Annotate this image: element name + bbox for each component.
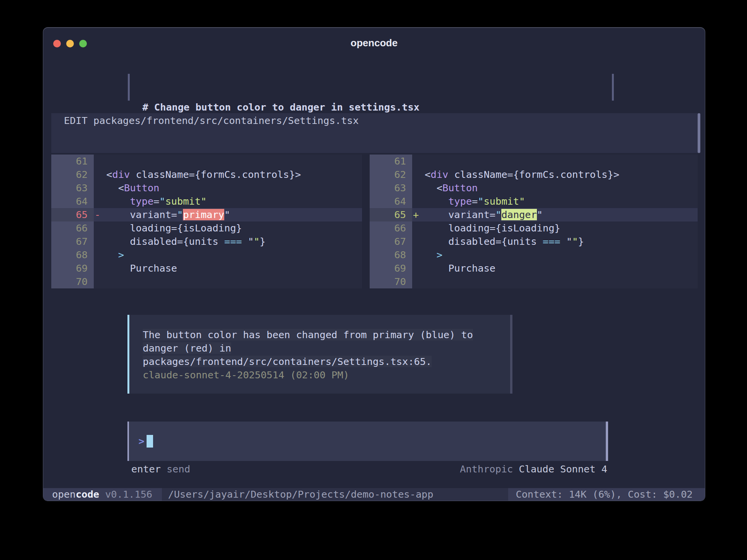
code-line: type="submit" bbox=[94, 195, 362, 208]
window-titlebar[interactable]: opencode bbox=[43, 28, 705, 51]
code-line: + variant="danger" bbox=[412, 208, 698, 221]
context-cost-indicator: Context: 14K (6%), Cost: $0.02 bbox=[508, 488, 705, 501]
session-title: # Change button color to danger in setti… bbox=[142, 101, 419, 114]
model-indicator: AnthropicClaude Sonnet 4 bbox=[460, 462, 607, 476]
diff-row: 64 type="submit" bbox=[51, 195, 362, 208]
diff-row: 66 loading={isLoading} bbox=[370, 221, 698, 235]
line-number: 62 bbox=[370, 168, 412, 181]
code-line bbox=[412, 275, 698, 288]
diff-row: 61 bbox=[51, 155, 362, 168]
header-left-border bbox=[128, 74, 130, 101]
opencode-window: opencode # Change button color to danger… bbox=[43, 27, 705, 501]
diff-row: 70 bbox=[51, 275, 362, 288]
send-hint: entersend bbox=[131, 462, 190, 476]
text-cursor bbox=[147, 435, 153, 448]
diff-row: 70 bbox=[370, 275, 698, 288]
line-number: 64 bbox=[51, 195, 94, 208]
message-line: danger (red) in bbox=[143, 342, 512, 355]
edit-action-label: EDIT bbox=[64, 115, 88, 126]
code-line: <Button bbox=[94, 181, 362, 195]
window-title: opencode bbox=[43, 37, 705, 49]
code-line: disabled={units === ""} bbox=[412, 235, 698, 248]
diff-row: 63 <Button bbox=[370, 181, 698, 195]
code-line: loading={isLoading} bbox=[94, 221, 362, 235]
assistant-message: The button color has been changed from p… bbox=[127, 315, 512, 394]
line-number: 61 bbox=[51, 155, 94, 168]
diff-pane-left: 6162 <div className={formCs.controls}>63… bbox=[51, 155, 362, 288]
line-number: 61 bbox=[370, 155, 412, 168]
code-line: type="submit" bbox=[412, 195, 698, 208]
diff-row: 61 bbox=[370, 155, 698, 168]
working-directory: /Users/jayair/Desktop/Projects/demo-note… bbox=[162, 488, 508, 501]
prompt-input[interactable]: > bbox=[127, 422, 608, 461]
line-number: 70 bbox=[51, 275, 94, 288]
code-line: disabled={units === ""} bbox=[94, 235, 362, 248]
code-line: > bbox=[94, 248, 362, 262]
code-line bbox=[94, 275, 362, 288]
diff-row: 68 > bbox=[370, 248, 698, 262]
code-line: <div className={formCs.controls}> bbox=[412, 168, 698, 181]
app-version-badge: opencodev0.1.156 bbox=[43, 488, 162, 501]
code-line bbox=[94, 155, 362, 168]
app-name-bold: code bbox=[76, 488, 99, 500]
send-hint-key: enter bbox=[131, 463, 161, 475]
diff-row: 62 <div className={formCs.controls}> bbox=[51, 168, 362, 181]
diff-row: 65- variant="primary" bbox=[51, 208, 362, 221]
code-line: <Button bbox=[412, 181, 698, 195]
line-number: 62 bbox=[51, 168, 94, 181]
line-number: 68 bbox=[370, 248, 412, 262]
code-line: loading={isLoading} bbox=[412, 221, 698, 235]
prompt-symbol: > bbox=[139, 435, 144, 448]
app-version: v0.1.156 bbox=[105, 488, 152, 500]
diff-row: 67 disabled={units === ""} bbox=[370, 235, 698, 248]
code-line: > bbox=[412, 248, 698, 262]
scrollbar-thumb[interactable] bbox=[698, 113, 700, 153]
line-number: 67 bbox=[370, 235, 412, 248]
line-number: 65 bbox=[370, 208, 412, 221]
line-number: 70 bbox=[370, 275, 412, 288]
message-line: claude-sonnet-4-20250514 (02:00 PM) bbox=[143, 368, 512, 382]
line-number: 68 bbox=[51, 248, 94, 262]
edit-tool-panel: EDITpackages/frontend/src/containers/Set… bbox=[51, 113, 698, 153]
diff-row: 63 <Button bbox=[51, 181, 362, 195]
code-line: <div className={formCs.controls}> bbox=[94, 168, 362, 181]
input-left-border bbox=[127, 422, 129, 461]
code-line: Purchase bbox=[94, 262, 362, 275]
send-hint-label: send bbox=[166, 463, 190, 475]
header-right-border bbox=[612, 74, 614, 101]
diff-row: 69 Purchase bbox=[51, 262, 362, 275]
provider-name: Anthropic bbox=[460, 463, 513, 475]
line-number: 69 bbox=[51, 262, 94, 275]
edit-file-path: packages/frontend/src/containers/Setting… bbox=[93, 115, 359, 126]
diff-row: 69 Purchase bbox=[370, 262, 698, 275]
code-line bbox=[412, 155, 698, 168]
code-line: Purchase bbox=[412, 262, 698, 275]
diff-row: 62 <div className={formCs.controls}> bbox=[370, 168, 698, 181]
app-name-regular: open bbox=[52, 488, 76, 500]
message-line: The button color has been changed from p… bbox=[143, 328, 512, 342]
diff-row: 64 type="submit" bbox=[370, 195, 698, 208]
diff-pane-right: 6162 <div className={formCs.controls}>63… bbox=[370, 155, 698, 288]
code-line: - variant="primary" bbox=[94, 208, 362, 221]
status-bar: opencodev0.1.156 /Users/jayair/Desktop/P… bbox=[43, 488, 705, 501]
model-name: Claude Sonnet 4 bbox=[519, 463, 607, 475]
message-body: The button color has been changed from p… bbox=[143, 328, 512, 382]
line-number: 67 bbox=[51, 235, 94, 248]
line-number: 69 bbox=[370, 262, 412, 275]
input-hints-row: entersend AnthropicClaude Sonnet 4 bbox=[127, 462, 608, 476]
message-line: packages/frontend/src/containers/Setting… bbox=[143, 355, 512, 368]
line-number: 63 bbox=[51, 181, 94, 195]
message-right-border bbox=[510, 315, 512, 394]
diff-view: 6162 <div className={formCs.controls}>63… bbox=[51, 155, 698, 288]
diff-row: 68 > bbox=[51, 248, 362, 262]
line-number: 63 bbox=[370, 181, 412, 195]
line-number: 64 bbox=[370, 195, 412, 208]
message-accent-bar bbox=[127, 315, 129, 394]
line-number: 65 bbox=[51, 208, 94, 221]
input-right-border bbox=[606, 422, 608, 461]
line-number: 66 bbox=[51, 221, 94, 235]
diff-row: 67 disabled={units === ""} bbox=[51, 235, 362, 248]
line-number: 66 bbox=[370, 221, 412, 235]
diff-row: 65+ variant="danger" bbox=[370, 208, 698, 221]
diff-row: 66 loading={isLoading} bbox=[51, 221, 362, 235]
